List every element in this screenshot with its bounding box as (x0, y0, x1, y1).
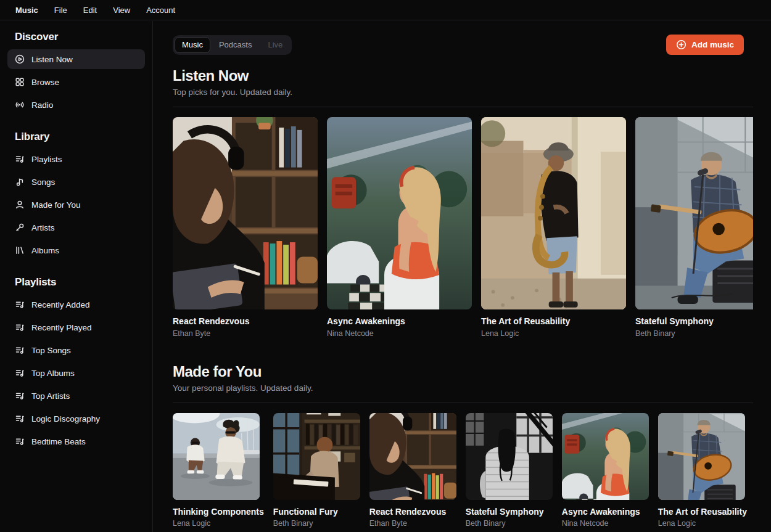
album-artist: Ethan Byte (173, 329, 318, 338)
album-art-wicker-chair-bw[interactable] (466, 413, 553, 500)
album-artist: Lena Logic (658, 519, 747, 528)
album-art-street-guitarist[interactable] (658, 413, 745, 500)
separator (173, 107, 753, 107)
album-card[interactable]: React Rendezvous Ethan Byte (369, 413, 456, 529)
sidebar-item-recently-played[interactable]: Recently Played (7, 317, 145, 337)
sidebar-item-label: Songs (31, 178, 55, 187)
album-artist: Ethan Byte (369, 519, 456, 528)
sidebar-heading-discover: Discover (7, 31, 145, 43)
mic-icon (15, 223, 25, 232)
menu-edit[interactable]: Edit (75, 6, 105, 15)
album-title: React Rendezvous (369, 507, 456, 518)
listen-now-row: React Rendezvous Ethan Byte Async Awaken… (173, 117, 753, 338)
sidebar-item-label: Bedtime Beats (31, 437, 86, 446)
sidebar-item-browse[interactable]: Browse (7, 72, 145, 92)
sidebar-item-top-artists[interactable]: Top Artists (7, 386, 145, 406)
album-title: The Art of Reusability (481, 316, 626, 327)
sidebar-item-albums[interactable]: Albums (7, 240, 145, 260)
sidebar-item-bedtime-beats[interactable]: Bedtime Beats (7, 432, 145, 451)
sidebar-item-label: Artists (31, 223, 55, 232)
section-subtitle-listen-now: Top picks for you. Updated daily. (173, 88, 753, 97)
tab-live[interactable]: Live (260, 37, 290, 53)
album-artist: Lena Logic (173, 519, 264, 528)
grid-icon (15, 77, 25, 87)
menu-view[interactable]: View (105, 6, 138, 15)
sidebar-item-label: Playlists (31, 155, 62, 164)
sidebar-item-top-songs[interactable]: Top Songs (7, 340, 145, 360)
separator (173, 403, 753, 403)
album-title: Stateful Symphony (635, 316, 753, 327)
menu-music[interactable]: Music (7, 6, 46, 15)
album-card[interactable]: Async Awakenings Nina Netcode (327, 117, 472, 338)
sidebar-item-label: Logic Discography (31, 414, 100, 424)
sidebar-section-library: Library Playlists Songs Made for You (7, 131, 145, 260)
album-art-saxophone-street[interactable] (481, 117, 626, 309)
sidebar-item-artists[interactable]: Artists (7, 218, 145, 237)
circle-plus-icon (676, 39, 686, 50)
section-title-made-for-you: Made for You (173, 363, 753, 380)
sidebar-item-songs[interactable]: Songs (7, 172, 145, 192)
sidebar-item-label: Albums (31, 246, 59, 255)
menu-file[interactable]: File (46, 6, 75, 15)
add-music-label: Add music (691, 40, 734, 49)
sidebar-item-label: Top Albums (31, 369, 75, 378)
album-title: Thinking Components (173, 507, 264, 518)
album-art-street-guitarist[interactable] (635, 117, 753, 309)
sidebar-item-recently-added[interactable]: Recently Added (7, 295, 145, 314)
user-icon (15, 200, 25, 210)
album-art-harbor-duo[interactable] (173, 413, 260, 500)
sidebar-item-label: Listen Now (31, 55, 73, 64)
sidebar: Discover Listen Now Browse Radio (0, 21, 153, 532)
sidebar-item-label: Recently Played (31, 323, 92, 332)
album-card[interactable]: Stateful Symphony Beth Binary (466, 413, 553, 529)
list-music-icon (15, 414, 25, 424)
album-title: The Art of Reusability (658, 507, 747, 518)
section-title-listen-now: Listen Now (173, 67, 753, 84)
made-for-you-row: Thinking Components Lena Logic Functiona… (173, 413, 753, 529)
album-card[interactable]: Functional Fury Beth Binary (273, 413, 360, 529)
album-card[interactable]: Stateful Symphony Beth Binary (635, 117, 753, 338)
library-icon (15, 245, 25, 255)
sidebar-item-label: Recently Added (31, 300, 90, 309)
sidebar-item-logic-discography[interactable]: Logic Discography (7, 409, 145, 428)
sidebar-item-label: Browse (31, 78, 59, 87)
album-card[interactable]: React Rendezvous Ethan Byte (173, 117, 318, 338)
sidebar-heading-playlists: Playlists (7, 276, 145, 289)
sidebar-item-top-albums[interactable]: Top Albums (7, 363, 145, 383)
album-title: Async Awakenings (327, 316, 472, 327)
album-art-reading-woman[interactable] (369, 413, 456, 500)
sidebar-section-playlists: Playlists Recently Added Recently Played… (7, 276, 145, 451)
list-music-icon (15, 436, 25, 446)
list-music-icon (15, 391, 25, 401)
sidebar-item-listen-now[interactable]: Listen Now (7, 49, 145, 69)
album-card[interactable]: The Art of Reusability Lena Logic (481, 117, 626, 338)
add-music-button[interactable]: Add music (666, 35, 744, 55)
sidebar-item-label: Top Songs (31, 346, 71, 355)
album-artist: Beth Binary (635, 329, 753, 338)
sidebar-item-playlists[interactable]: Playlists (7, 149, 145, 169)
album-card[interactable]: Thinking Components Lena Logic (173, 413, 264, 529)
music-app-window: Music File Edit View Account Discover Li… (0, 0, 771, 532)
album-artist: Beth Binary (273, 519, 360, 528)
sidebar-section-discover: Discover Listen Now Browse Radio (7, 31, 145, 115)
sidebar-heading-library: Library (7, 131, 145, 143)
album-artist: Nina Netcode (327, 329, 472, 338)
sidebar-item-radio[interactable]: Radio (7, 95, 145, 115)
menu-account[interactable]: Account (138, 6, 183, 15)
album-art-piano-room[interactable] (273, 413, 360, 500)
music-note-icon (15, 177, 25, 187)
album-art-blonde-window[interactable] (562, 413, 649, 500)
tab-podcasts[interactable]: Podcasts (212, 37, 259, 53)
album-art-blonde-window[interactable] (327, 117, 472, 309)
album-title: React Rendezvous (173, 316, 318, 327)
sidebar-item-made-for-you[interactable]: Made for You (7, 195, 145, 215)
album-art-reading-woman[interactable] (173, 117, 318, 309)
album-title: Functional Fury (273, 507, 360, 518)
list-music-icon (15, 300, 25, 309)
album-card[interactable]: Async Awakenings Nina Netcode (562, 413, 649, 529)
tab-music[interactable]: Music (175, 37, 210, 53)
play-circle-icon (15, 54, 25, 64)
album-artist: Beth Binary (466, 519, 553, 528)
album-card[interactable]: The Art of Reusability Lena Logic (658, 413, 747, 529)
list-music-icon (15, 345, 25, 355)
